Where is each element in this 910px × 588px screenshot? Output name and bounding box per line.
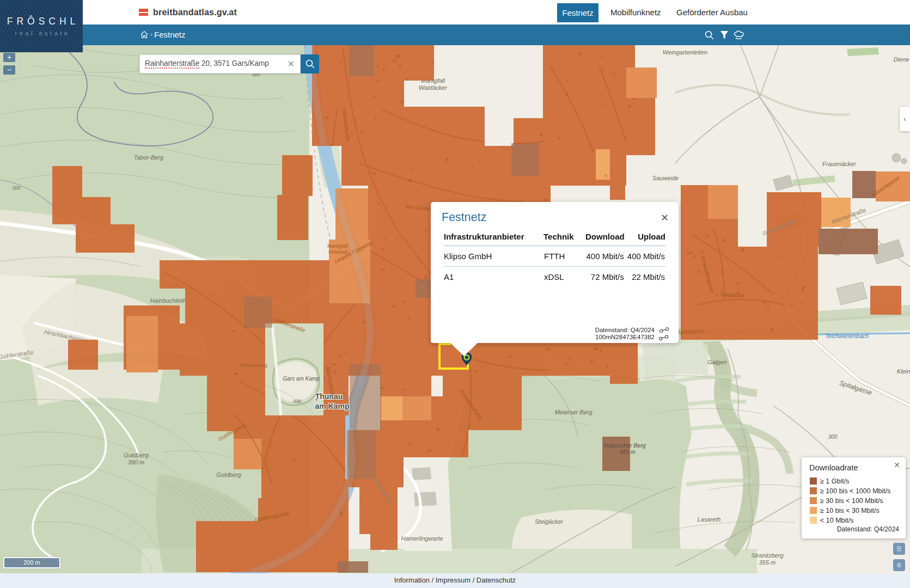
svg-text:Teichwiesenbach: Teichwiesenbach — [825, 333, 869, 339]
svg-text:Sauweide: Sauweide — [652, 175, 679, 181]
svg-text:Gars am Kamp: Gars am Kamp — [283, 376, 320, 382]
svg-text:Diene: Diene — [894, 56, 909, 63]
svg-text:355 m: 355 m — [759, 559, 776, 566]
svg-text:Feldgasse: Feldgasse — [720, 291, 744, 298]
svg-text:Hamerlingwarte: Hamerlingwarte — [401, 535, 443, 542]
svg-text:Maierscher Berg: Maierscher Berg — [603, 442, 645, 449]
svg-text:Tabor-Berg: Tabor-Berg — [134, 154, 164, 161]
svg-text:Lasareth: Lasareth — [698, 516, 721, 523]
svg-text:+: + — [315, 397, 318, 403]
svg-text:Ortsried: Ortsried — [328, 249, 347, 255]
svg-text:Steigäcker: Steigäcker — [535, 518, 564, 525]
svg-text:Kleine: Kleine — [897, 368, 910, 375]
svg-text:Manigfall: Manigfall — [327, 243, 349, 249]
svg-text:390 m: 390 m — [128, 459, 145, 465]
svg-text:Weingartenleiten: Weingartenleiten — [663, 49, 707, 56]
svg-text:am Kamp: am Kamp — [315, 402, 349, 411]
svg-text:Frauenäcker: Frauenäcker — [822, 161, 857, 167]
svg-text:Thunau: Thunau — [315, 392, 343, 401]
svg-text:300: 300 — [828, 434, 838, 440]
svg-text:300: 300 — [292, 399, 301, 404]
svg-text:Stranitzberg: Stranitzberg — [751, 552, 784, 559]
svg-text:Meierser Berg: Meierser Berg — [554, 409, 593, 415]
svg-text:300: 300 — [12, 185, 20, 191]
svg-text:Waldäcker: Waldäcker — [419, 84, 448, 91]
svg-text:Goldberg: Goldberg — [216, 471, 241, 478]
svg-text:Galgen: Galgen — [707, 359, 726, 365]
svg-text:Goldberg: Goldberg — [124, 452, 149, 458]
svg-text:343 m: 343 m — [619, 449, 635, 455]
svg-text:Schinssberg: Schinssberg — [239, 362, 268, 368]
